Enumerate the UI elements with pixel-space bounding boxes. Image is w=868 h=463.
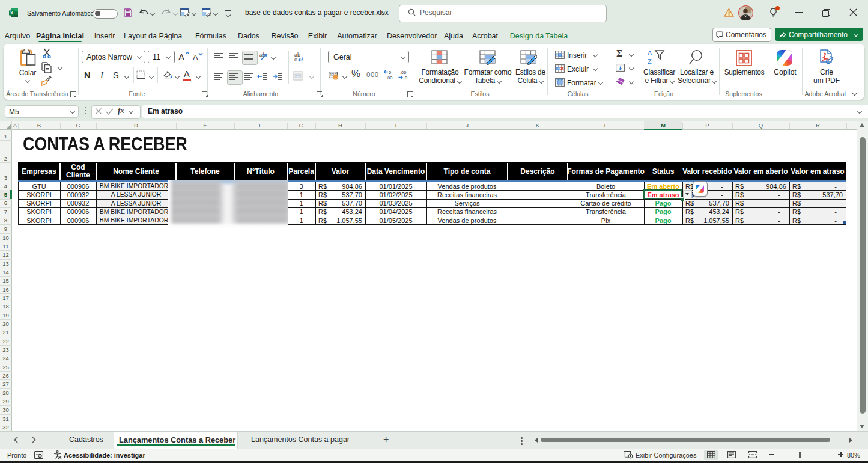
svg-text:X: X bbox=[10, 11, 13, 15]
svg-text:c: c bbox=[294, 57, 297, 63]
svg-text:.0: .0 bbox=[404, 75, 407, 80]
svg-text:.00: .00 bbox=[386, 75, 392, 80]
svg-text:A: A bbox=[648, 49, 652, 57]
svg-text:0: 0 bbox=[389, 70, 391, 75]
svg-text:Z: Z bbox=[648, 58, 652, 65]
svg-text:.00: .00 bbox=[400, 70, 406, 75]
